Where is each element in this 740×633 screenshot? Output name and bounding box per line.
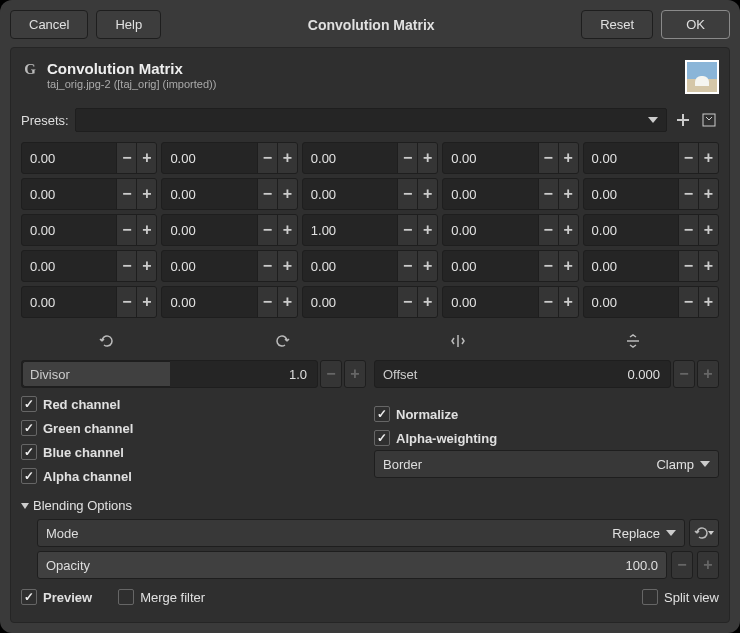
matrix-input[interactable] <box>443 143 537 173</box>
offset-decrement[interactable]: − <box>673 360 695 388</box>
matrix-input[interactable] <box>443 287 537 317</box>
increment-button[interactable]: + <box>277 287 297 317</box>
mode-reset-button[interactable] <box>689 519 719 547</box>
increment-button[interactable]: + <box>558 215 578 245</box>
blue-channel-checkbox[interactable] <box>21 444 37 460</box>
matrix-input[interactable] <box>162 287 256 317</box>
matrix-input[interactable] <box>303 215 397 245</box>
mode-dropdown[interactable]: Mode Replace <box>37 519 685 547</box>
flip-vertical-button[interactable] <box>548 330 720 352</box>
decrement-button[interactable]: − <box>678 179 698 209</box>
decrement-button[interactable]: − <box>116 287 136 317</box>
matrix-input[interactable] <box>303 287 397 317</box>
matrix-input[interactable] <box>303 251 397 281</box>
increment-button[interactable]: + <box>698 179 718 209</box>
decrement-button[interactable]: − <box>116 251 136 281</box>
increment-button[interactable]: + <box>136 251 156 281</box>
increment-button[interactable]: + <box>277 251 297 281</box>
matrix-input[interactable] <box>584 251 678 281</box>
decrement-button[interactable]: − <box>538 287 558 317</box>
decrement-button[interactable]: − <box>678 215 698 245</box>
divisor-decrement[interactable]: − <box>320 360 342 388</box>
matrix-input[interactable] <box>584 287 678 317</box>
matrix-input[interactable] <box>22 251 116 281</box>
increment-button[interactable]: + <box>277 179 297 209</box>
increment-button[interactable]: + <box>698 215 718 245</box>
decrement-button[interactable]: − <box>116 143 136 173</box>
decrement-button[interactable]: − <box>116 179 136 209</box>
decrement-button[interactable]: − <box>538 143 558 173</box>
decrement-button[interactable]: − <box>678 287 698 317</box>
increment-button[interactable]: + <box>277 215 297 245</box>
offset-increment[interactable]: + <box>697 360 719 388</box>
normalize-checkbox[interactable] <box>374 406 390 422</box>
increment-button[interactable]: + <box>558 251 578 281</box>
opacity-decrement[interactable]: − <box>671 551 693 579</box>
decrement-button[interactable]: − <box>257 143 277 173</box>
decrement-button[interactable]: − <box>257 287 277 317</box>
ok-button[interactable]: OK <box>661 10 730 39</box>
decrement-button[interactable]: − <box>397 143 417 173</box>
cancel-button[interactable]: Cancel <box>10 10 88 39</box>
presets-dropdown[interactable] <box>75 108 667 132</box>
opacity-slider[interactable]: Opacity 100.0 <box>37 551 667 579</box>
decrement-button[interactable]: − <box>678 251 698 281</box>
matrix-input[interactable] <box>443 251 537 281</box>
matrix-input[interactable] <box>584 143 678 173</box>
matrix-input[interactable] <box>443 179 537 209</box>
flip-horizontal-button[interactable] <box>372 330 544 352</box>
increment-button[interactable]: + <box>136 287 156 317</box>
increment-button[interactable]: + <box>277 143 297 173</box>
matrix-input[interactable] <box>584 179 678 209</box>
alpha-weighting-checkbox[interactable] <box>374 430 390 446</box>
matrix-input[interactable] <box>443 215 537 245</box>
matrix-input[interactable] <box>162 251 256 281</box>
matrix-input[interactable] <box>584 215 678 245</box>
preset-menu-button[interactable] <box>699 110 719 130</box>
offset-field[interactable]: Offset 0.000 <box>374 360 671 388</box>
split-view-checkbox[interactable] <box>642 589 658 605</box>
preview-thumbnail[interactable] <box>685 60 719 94</box>
increment-button[interactable]: + <box>417 287 437 317</box>
matrix-input[interactable] <box>22 215 116 245</box>
matrix-input[interactable] <box>22 143 116 173</box>
preview-checkbox[interactable] <box>21 589 37 605</box>
opacity-increment[interactable]: + <box>697 551 719 579</box>
preset-add-button[interactable] <box>673 110 693 130</box>
increment-button[interactable]: + <box>136 143 156 173</box>
increment-button[interactable]: + <box>136 179 156 209</box>
increment-button[interactable]: + <box>558 143 578 173</box>
decrement-button[interactable]: − <box>257 251 277 281</box>
alpha-channel-checkbox[interactable] <box>21 468 37 484</box>
increment-button[interactable]: + <box>417 215 437 245</box>
reset-button[interactable]: Reset <box>581 10 653 39</box>
blending-options-disclosure[interactable]: Blending Options <box>21 492 719 515</box>
rotate-cw-button[interactable] <box>197 330 369 352</box>
decrement-button[interactable]: − <box>397 179 417 209</box>
increment-button[interactable]: + <box>698 143 718 173</box>
decrement-button[interactable]: − <box>257 215 277 245</box>
decrement-button[interactable]: − <box>538 251 558 281</box>
red-channel-checkbox[interactable] <box>21 396 37 412</box>
increment-button[interactable]: + <box>698 287 718 317</box>
matrix-input[interactable] <box>22 179 116 209</box>
increment-button[interactable]: + <box>558 179 578 209</box>
rotate-ccw-button[interactable] <box>21 330 193 352</box>
green-channel-checkbox[interactable] <box>21 420 37 436</box>
decrement-button[interactable]: − <box>397 251 417 281</box>
border-dropdown[interactable]: Border Clamp <box>374 450 719 478</box>
matrix-input[interactable] <box>303 179 397 209</box>
decrement-button[interactable]: − <box>257 179 277 209</box>
increment-button[interactable]: + <box>698 251 718 281</box>
divisor-field[interactable]: Divisor 1.0 <box>21 360 318 388</box>
decrement-button[interactable]: − <box>397 215 417 245</box>
decrement-button[interactable]: − <box>116 215 136 245</box>
decrement-button[interactable]: − <box>678 143 698 173</box>
decrement-button[interactable]: − <box>538 179 558 209</box>
increment-button[interactable]: + <box>417 251 437 281</box>
increment-button[interactable]: + <box>558 287 578 317</box>
matrix-input[interactable] <box>162 215 256 245</box>
decrement-button[interactable]: − <box>397 287 417 317</box>
decrement-button[interactable]: − <box>538 215 558 245</box>
increment-button[interactable]: + <box>417 143 437 173</box>
